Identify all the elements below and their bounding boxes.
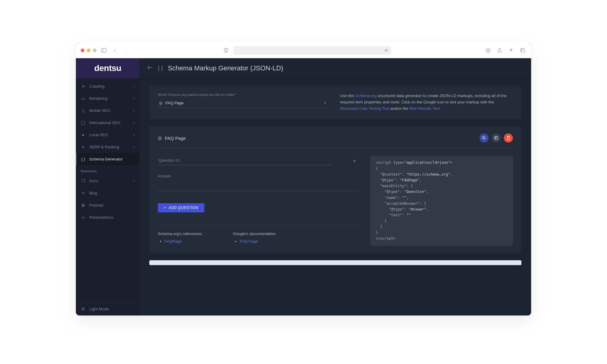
screen-icon: ▭ [81, 215, 86, 220]
light-mode-toggle[interactable]: ⚙ Light Mode [76, 302, 140, 315]
sidebar-item-label: Local SEO [89, 133, 108, 137]
back-button[interactable] [147, 66, 153, 71]
chevron-down-icon: ▾ [133, 121, 135, 124]
bug-icon: ✳ [81, 84, 86, 89]
question-input[interactable] [158, 156, 333, 165]
svg-rect-5 [495, 137, 498, 140]
sidebar-item-label: Mobile SEO [89, 108, 110, 113]
sidebar-item-serp-ranking[interactable]: ≡ SERP & Ranking ▾ [76, 141, 140, 153]
list-icon: ≡ [81, 144, 86, 149]
sidebar-nav: ✳ Crawling ▾ ▭ Rendering ▾ ▯ Mobile SEO … [76, 78, 140, 302]
browser-icon: ▭ [81, 96, 86, 101]
answer-label: Answer [158, 174, 358, 178]
sidebar-item-label: Rendering [89, 96, 107, 101]
maximize-window-button[interactable] [93, 49, 97, 52]
intro-text: Use this Schema.org structured data gene… [340, 93, 513, 112]
sidebar-item-crawling[interactable]: ✳ Crawling ▾ [76, 80, 140, 92]
mobile-icon: ▯ [81, 108, 86, 113]
copy-button[interactable] [492, 133, 501, 143]
pin-icon: ● [81, 132, 86, 137]
plus-icon: + [164, 206, 166, 210]
app: dentsu ✳ Crawling ▾ ▭ Rendering ▾ ▯ Mobi… [76, 58, 531, 315]
sidebar-item-podcast[interactable]: 🎤︎ Podcast [76, 199, 140, 211]
question-icon: ◎ [158, 135, 162, 141]
markup-type-select[interactable]: ◎ FAQ Page ▼ [158, 98, 328, 108]
braces-icon: { } [158, 65, 163, 71]
schema-refs-title: Schema.org's references: [158, 231, 203, 236]
sidebar-item-mobile-seo[interactable]: ▯ Mobile SEO ▾ [76, 104, 140, 116]
mic-icon: 🎤︎ [81, 203, 86, 207]
download-icon[interactable] [484, 47, 492, 54]
sidebar-item-docs[interactable]: ❐ Docs ▾ [76, 175, 140, 187]
bottom-banner [149, 260, 521, 265]
nav-forward-button[interactable]: › [122, 47, 129, 54]
svg-rect-4 [521, 49, 524, 52]
pencil-icon: ✎ [81, 190, 86, 195]
sidebar-item-label: Podcast [89, 203, 103, 207]
share-icon[interactable] [496, 47, 503, 54]
faq-heading: FAQ Page [165, 136, 186, 141]
sidebar-item-label: Presentations [89, 215, 114, 220]
braces-icon: { } [81, 157, 86, 161]
browser-window: ‹ › ⟳ + dentsu [76, 42, 531, 315]
schema-org-link[interactable]: Schema.org [355, 93, 377, 98]
window-controls [81, 49, 97, 52]
gear-icon: ⚙ [81, 306, 86, 311]
brand-logo: dentsu [76, 58, 140, 78]
svg-rect-0 [102, 48, 106, 52]
chevron-down-icon: ▾ [133, 109, 135, 112]
chevron-down-icon: ▾ [133, 179, 135, 183]
sidebar-item-label: Crawling [89, 84, 105, 89]
sidebar-toggle-icon[interactable] [100, 47, 107, 54]
sidebar-item-label: SERP & Ranking [89, 145, 119, 149]
sidebar-item-label: International SEO [89, 120, 120, 125]
answer-input[interactable] [158, 190, 358, 191]
code-column: <script type="application/ld+json"> { "@… [370, 156, 513, 246]
form-column: ✕ Answer + ADD QUESTION [158, 156, 358, 244]
markup-select-value: FAQ Page [165, 101, 184, 105]
browser-chrome: ‹ › ⟳ + [76, 42, 531, 58]
tabs-icon[interactable] [519, 47, 526, 54]
content-body: Which Schema.org markup would you like t… [140, 78, 531, 315]
references: Schema.org's references: FAQPage Google'… [158, 231, 358, 244]
ref-faqpage-link[interactable]: FAQPage [164, 239, 181, 244]
add-question-label: ADD QUESTION [169, 206, 198, 210]
sidebar-item-label: Docs [89, 179, 98, 183]
sidebar-item-presentations[interactable]: ▭ Presentations [76, 211, 140, 223]
faq-panel: ◎ FAQ Page G [149, 126, 521, 253]
chevron-down-icon: ▾ [133, 97, 135, 100]
rich-results-link[interactable]: Rich Results Test [409, 106, 440, 111]
light-mode-label: Light Mode [89, 307, 109, 311]
divider [158, 225, 358, 225]
content: { } Schema Markup Generator (JSON-LD) Wh… [140, 58, 531, 315]
chevron-down-icon: ▾ [133, 133, 135, 136]
reload-icon[interactable]: ⟳ [385, 48, 388, 53]
url-bar[interactable]: ⟳ [233, 46, 391, 55]
intro-panel: Which Schema.org markup would you like t… [149, 86, 521, 119]
add-question-button[interactable]: + ADD QUESTION [158, 203, 204, 212]
sidebar: dentsu ✳ Crawling ▾ ▭ Rendering ▾ ▯ Mobi… [76, 58, 140, 315]
titlebar: { } Schema Markup Generator (JSON-LD) [140, 58, 531, 78]
doc-faqpage-link[interactable]: FAQ Page [240, 239, 258, 244]
sidebar-section-resources: Resources [76, 165, 140, 175]
sidebar-item-international-seo[interactable]: ◯ International SEO ▾ [76, 116, 140, 129]
sd-testing-tool-link[interactable]: Structured Data Testing Tool [340, 106, 389, 111]
panel-actions: G [480, 133, 513, 143]
new-tab-icon[interactable]: + [507, 47, 515, 54]
chevron-down-icon: ▾ [133, 85, 135, 88]
remove-question-button[interactable]: ✕ [351, 157, 358, 165]
close-window-button[interactable] [81, 49, 84, 52]
sidebar-item-schema-generator[interactable]: { } Schema Generator [76, 153, 140, 165]
shield-icon[interactable] [222, 47, 230, 54]
sidebar-item-local-seo[interactable]: ● Local SEO ▾ [76, 129, 140, 141]
sidebar-item-blog[interactable]: ✎ Blog [76, 187, 140, 199]
question-icon: ◎ [159, 101, 162, 105]
google-docs-title: Google's documentation: [233, 231, 276, 236]
nav-back-button[interactable]: ‹ [111, 47, 118, 54]
delete-button[interactable] [504, 133, 513, 143]
sidebar-item-rendering[interactable]: ▭ Rendering ▾ [76, 92, 140, 104]
test-google-button[interactable]: G [480, 133, 489, 143]
minimize-window-button[interactable] [87, 49, 90, 52]
page-title: Schema Markup Generator (JSON-LD) [168, 64, 283, 72]
code-output[interactable]: <script type="application/ld+json"> { "@… [370, 156, 513, 246]
